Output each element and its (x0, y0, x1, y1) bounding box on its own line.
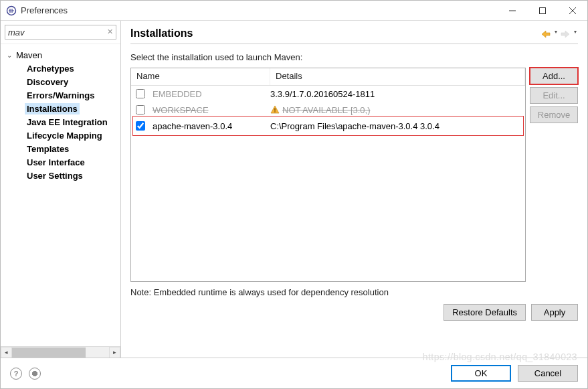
tree-item-label: Lifecycle Mapping (25, 130, 104, 141)
titlebar: Preferences (1, 1, 587, 21)
restore-defaults-button[interactable]: Restore Defaults (444, 304, 526, 321)
page-heading: Installations (130, 27, 541, 40)
table-row[interactable]: apache-maven-3.0.4C:\Program Files\apach… (131, 118, 525, 134)
tree-item-installations[interactable]: Installations (5, 102, 119, 115)
apply-button[interactable]: Apply (531, 304, 578, 321)
close-button[interactable] (557, 1, 587, 21)
warning-icon (270, 105, 280, 114)
cancel-button[interactable]: Cancel (518, 365, 578, 382)
tree-item-label: Archetypes (25, 63, 76, 74)
nav-back-icon[interactable] (541, 29, 551, 40)
tree-item-label: User Settings (25, 170, 85, 181)
scroll-right-arrow[interactable]: ▸ (109, 347, 120, 358)
remove-button[interactable]: Remove (530, 106, 578, 123)
tree-item-user-settings[interactable]: User Settings (5, 169, 119, 182)
tree-item-label: Discovery (25, 76, 70, 88)
tree-item-java-ee-integration[interactable]: Java EE Integration (5, 115, 119, 129)
ok-button[interactable]: OK (451, 365, 511, 382)
tree-item-errors-warnings[interactable]: Errors/Warnings (5, 88, 119, 102)
svg-rect-6 (274, 111, 275, 112)
filter-input[interactable] (8, 27, 102, 37)
tree-item-label: Errors/Warnings (25, 90, 96, 101)
table-row[interactable]: EMBEDDED3.3.9/1.7.0.20160524-1811 (131, 86, 525, 102)
column-name[interactable]: Name (131, 68, 270, 85)
filter-tree-pane: ✕ ⌄MavenArchetypesDiscoveryErrors/Warnin… (1, 21, 121, 358)
minimize-button[interactable] (497, 1, 527, 21)
scroll-left-arrow[interactable]: ◂ (1, 347, 12, 358)
add-button[interactable]: Add... (530, 68, 578, 84)
tree-item-user-interface[interactable]: User Interface (5, 155, 119, 169)
preference-tree[interactable]: ⌄MavenArchetypesDiscoveryErrors/Warnings… (1, 44, 120, 346)
tree-item-label: Templates (25, 143, 71, 155)
svg-rect-2 (539, 7, 545, 13)
scrollbar-thumb[interactable] (12, 347, 86, 358)
installations-table[interactable]: Name Details EMBEDDED3.3.9/1.7.0.2016052… (130, 68, 526, 282)
row-name: EMBEDDED (150, 89, 270, 99)
column-details[interactable]: Details (270, 68, 525, 85)
window-title: Preferences (21, 5, 497, 15)
footer-note: Note: Embedded runtime is always used fo… (130, 282, 578, 304)
tree-item-label: Installations (25, 103, 80, 114)
table-header: Name Details (131, 68, 525, 86)
row-details: C:\Program Files\apache-maven-3.0.4 3.0.… (270, 121, 525, 131)
row-name: apache-maven-3.0.4 (150, 121, 270, 131)
tree-item-archetypes[interactable]: Archetypes (5, 62, 119, 75)
tree-item-label: Java EE Integration (25, 116, 110, 128)
row-details: NOT AVAILABLE [3.0,) (270, 105, 525, 115)
app-icon (6, 5, 17, 16)
help-icon[interactable]: ? (10, 368, 22, 380)
tree-parent-label: Maven (14, 50, 44, 61)
row-checkbox[interactable] (136, 121, 145, 131)
clear-filter-icon[interactable]: ✕ (107, 27, 113, 36)
tree-item-templates[interactable]: Templates (5, 142, 119, 155)
tree-item-lifecycle-mapping[interactable]: Lifecycle Mapping (5, 129, 119, 142)
import-export-icon[interactable] (29, 368, 41, 380)
expand-icon[interactable]: ⌄ (5, 52, 14, 59)
row-name: WORKSPACE (150, 105, 270, 115)
nav-back-dropdown[interactable]: ▾ (553, 29, 559, 40)
row-details: 3.3.9/1.7.0.20160524-1811 (270, 89, 525, 99)
svg-rect-5 (274, 108, 275, 111)
tree-item-discovery[interactable]: Discovery (5, 75, 119, 88)
table-row[interactable]: WORKSPACENOT AVAILABLE [3.0,) (131, 102, 525, 118)
tree-item-label: User Interface (25, 157, 87, 168)
edit-button[interactable]: Edit... (530, 87, 578, 104)
nav-forward-icon[interactable] (560, 29, 571, 40)
row-checkbox[interactable] (136, 105, 145, 114)
tree-parent-maven[interactable]: ⌄Maven (5, 48, 119, 62)
nav-forward-dropdown[interactable]: ▾ (572, 29, 578, 40)
page-description: Select the installation used to launch M… (130, 44, 578, 68)
tree-horizontal-scrollbar[interactable]: ◂ ▸ (1, 346, 120, 358)
row-checkbox[interactable] (136, 89, 145, 98)
maximize-button[interactable] (527, 1, 557, 21)
filter-input-wrap[interactable]: ✕ (5, 25, 116, 40)
